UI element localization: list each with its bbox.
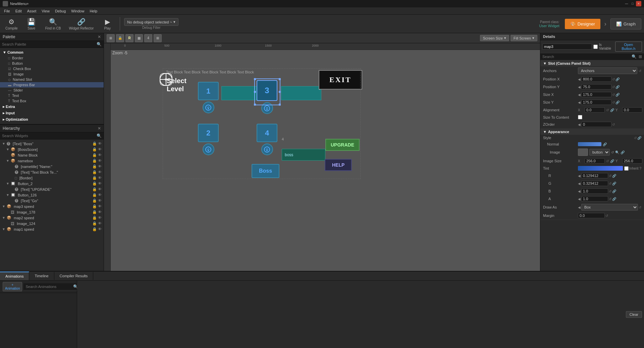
hierarchy-item-upgrade-text[interactable]: ▸🅣[Text] "UPGRADE" 🔒👁 xyxy=(0,186,104,192)
hierarchy-item-boss-text[interactable]: ▼🅣[Text] "Boss" 🔒👁 xyxy=(0,141,104,147)
help-button[interactable]: HELP xyxy=(325,159,352,171)
details-tint-g-reset[interactable]: ↺ xyxy=(609,182,611,185)
hierarchy-item-text-block[interactable]: ▸🅣[Text] "Text Block Te..." 🔒👁 xyxy=(0,169,104,175)
find-in-cb-button[interactable]: 🔍 Find in CB xyxy=(43,16,64,32)
close-btn[interactable]: ✕ xyxy=(636,1,641,6)
palette-item-slider[interactable]: — Slider xyxy=(0,88,104,93)
hierarchy-item-namebox[interactable]: ▼📦namebox 🔒👁 xyxy=(0,158,104,164)
details-tint-b-input[interactable] xyxy=(581,188,608,194)
screen-size-dropdown[interactable]: Screen Size ▾ xyxy=(480,35,509,41)
hierarchy-item-name-block[interactable]: ▸📦Name Block 🔒👁 xyxy=(0,152,104,158)
palette-category-extra[interactable]: ▸ Extra xyxy=(0,104,104,110)
details-tint-b-link[interactable]: 🔗 xyxy=(612,189,616,193)
details-tint-g-link[interactable]: 🔗 xyxy=(612,182,616,185)
level-btn-1[interactable]: 1 xyxy=(198,82,219,113)
debug-filter-dropdown[interactable]: No debug object selected ~ ▾ xyxy=(124,18,178,26)
hierarchy-item-go-text[interactable]: ▸🅣[Text] "Go" 🔒👁 xyxy=(0,198,104,204)
palette-item-border[interactable]: □ Border xyxy=(0,55,104,61)
details-position-y-link[interactable]: 🔗 xyxy=(615,85,620,89)
add-animation-button[interactable]: + Animation xyxy=(3,282,22,291)
details-style-link[interactable]: 🔗 xyxy=(637,136,641,140)
hierarchy-search-input[interactable] xyxy=(2,134,95,138)
hierarchy-item-nametitle[interactable]: ▸🅣[nametitle] "Name:" 🔒👁 xyxy=(0,164,104,169)
details-image-link[interactable]: 🔗 xyxy=(621,151,625,154)
palette-search-input[interactable] xyxy=(2,42,95,46)
clear-button[interactable]: Clear xyxy=(626,311,642,318)
details-style-reset[interactable]: ↺ xyxy=(634,136,637,140)
maximize-btn[interactable]: □ xyxy=(630,1,635,6)
details-image-swatch[interactable] xyxy=(578,149,588,156)
details-search-input[interactable] xyxy=(542,55,630,59)
level-2-sub-btn[interactable] xyxy=(203,143,214,155)
details-zorder-reset[interactable]: ↺ xyxy=(612,123,615,126)
details-image-zoom[interactable]: 🔍 xyxy=(615,151,619,154)
hierarchy-item-image124[interactable]: ▸🖼Image_124 🔒👁 xyxy=(0,221,104,226)
details-position-y-input[interactable] xyxy=(581,84,611,90)
details-image-dropdown[interactable]: button xyxy=(589,149,610,156)
details-appearance-header[interactable]: ▼ Appearance xyxy=(540,129,644,135)
details-position-x-reset[interactable]: ↺ xyxy=(612,77,615,81)
upgrade-button[interactable]: UPGRADE xyxy=(325,139,360,151)
details-alignment-x-input[interactable] xyxy=(585,107,605,113)
hierarchy-search-icon[interactable]: 🔍 xyxy=(97,133,102,138)
graph-button[interactable]: 📊 Graph xyxy=(610,18,641,30)
details-size-y-reset[interactable]: ↺ xyxy=(612,101,615,104)
details-anchors-reset[interactable]: ↺ xyxy=(639,69,641,73)
details-tint-inherit[interactable]: Inherit ? xyxy=(624,166,641,171)
details-tint-a-reset[interactable]: ↺ xyxy=(609,197,611,201)
details-tint-inherit-checkbox[interactable] xyxy=(624,166,629,171)
level-1-sub-btn[interactable] xyxy=(203,102,214,113)
palette-category-input[interactable]: ▸ Input xyxy=(0,110,104,116)
lock-btn[interactable]: 🔒 xyxy=(116,34,124,42)
details-margin-reset[interactable]: ↺ xyxy=(605,214,608,218)
snap-to-grid-btn[interactable]: ⊞ xyxy=(107,34,115,42)
details-tint-r-link[interactable]: 🔗 xyxy=(612,174,616,178)
level-btn-2[interactable]: 2 xyxy=(198,124,219,155)
palette-item-image[interactable]: 🖼 Image xyxy=(0,71,104,77)
details-tint-r-input[interactable] xyxy=(581,173,608,178)
details-anchors-dropdown[interactable]: Anchors xyxy=(578,67,637,74)
hierarchy-item-map2speed[interactable]: ▼📦map2 speed 🔒👁 xyxy=(0,215,104,221)
details-normal-link[interactable]: 🔗 xyxy=(603,142,607,146)
details-size-x-reset[interactable]: ↺ xyxy=(612,93,615,97)
menu-help[interactable]: Help xyxy=(87,8,100,14)
details-tint-a-link[interactable]: 🔗 xyxy=(612,197,616,201)
animations-search-input[interactable] xyxy=(25,285,72,289)
level-3-sub-btn[interactable] xyxy=(261,102,273,114)
details-image-size-y-input[interactable] xyxy=(622,158,642,164)
details-size-x-input[interactable] xyxy=(581,92,611,97)
hierarchy-item-map1speed[interactable]: ▼📦map1 speed 🔒👁 xyxy=(0,226,104,232)
details-tint-r-reset[interactable]: ↺ xyxy=(609,174,611,178)
exit-button[interactable]: EXIT xyxy=(319,70,362,90)
details-size-y-input[interactable] xyxy=(581,100,611,105)
menu-edit[interactable]: Edit xyxy=(13,8,24,14)
details-image-reset[interactable]: ↺ xyxy=(611,151,614,154)
details-tint-a-input[interactable] xyxy=(581,196,608,201)
open-button-h-btn[interactable]: Open Button.h xyxy=(615,42,642,52)
palette-item-textbox[interactable]: T Text Box xyxy=(0,98,104,104)
details-position-x-link[interactable]: 🔗 xyxy=(615,77,620,81)
hierarchy-item-button126[interactable]: ▼🔲Button_126 🔒👁 xyxy=(0,192,104,198)
details-zorder-input[interactable] xyxy=(581,122,611,127)
fill-screen-dropdown[interactable]: Fill Screen ▾ xyxy=(511,35,537,41)
details-image-size-x-link[interactable]: 🔗 xyxy=(610,159,614,163)
details-image-size-x-input[interactable] xyxy=(585,158,605,164)
details-tint-b-reset[interactable]: ↺ xyxy=(609,189,611,193)
hierarchy-item-bossscore[interactable]: ▼📦[BossScore] 🔒👁 xyxy=(0,147,104,152)
menu-asset[interactable]: Asset xyxy=(24,8,39,14)
palette-item-checkbox[interactable]: ☑ Check Box xyxy=(0,66,104,71)
designer-button[interactable]: 🎨 Designer xyxy=(565,19,600,29)
details-alignment-x-link[interactable]: 🔗 xyxy=(610,108,614,112)
menu-window[interactable]: Window xyxy=(68,8,87,14)
details-position-y-reset[interactable]: ↺ xyxy=(612,85,615,89)
details-search-icon[interactable]: 🔍 xyxy=(632,54,637,59)
minimize-btn[interactable]: — xyxy=(624,1,629,6)
details-name-input[interactable] xyxy=(542,44,592,50)
menu-file[interactable]: File xyxy=(1,8,13,14)
details-image-size-x-reset[interactable]: ↺ xyxy=(606,159,609,163)
details-margin-input[interactable] xyxy=(578,213,605,218)
hierarchy-item-map3speed[interactable]: ▼📦map3 speed 🔒👁 xyxy=(0,204,104,209)
level-btn-4[interactable]: 4 xyxy=(257,124,277,155)
settings-btn[interactable]: ⊞ xyxy=(154,34,162,42)
palette-category-common[interactable]: ▼ Common xyxy=(0,49,104,55)
